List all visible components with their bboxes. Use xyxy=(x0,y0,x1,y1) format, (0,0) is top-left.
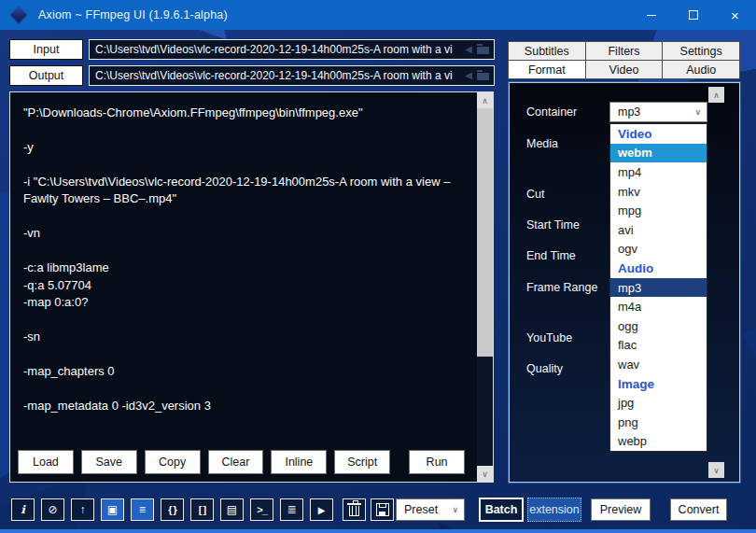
format-panel: ∧ ∨ mp3 ∨ Videowebmmp4mkvmpgaviogvAudiom… xyxy=(509,82,740,483)
minimize-button[interactable] xyxy=(630,0,672,30)
dropdown-option-webp[interactable]: webp xyxy=(610,432,707,452)
file-icon[interactable]: ▤ xyxy=(220,498,244,521)
dropdown-option-mp3[interactable]: mp3 xyxy=(610,278,707,298)
maximize-icon xyxy=(689,10,698,20)
upload-arrow-icon[interactable]: ↑ xyxy=(71,498,94,521)
console-button-row: LoadSaveCopyClearInlineScriptRun xyxy=(18,450,465,474)
menu-lines-icon[interactable]: ≡ xyxy=(131,498,154,521)
titlebar: Axiom ~ FFmpeg UI (1.9.6.1-alpha) × xyxy=(0,0,756,30)
tab-settings[interactable]: Settings xyxy=(662,41,740,61)
maximize-button[interactable] xyxy=(672,0,714,30)
ffmpeg-command-text[interactable]: "P:\Downloads-Chrome\Axiom.FFmpeg\ffmpeg… xyxy=(10,92,476,444)
app-window: Axiom ~ FFmpeg UI (1.9.6.1-alpha) × Inpu… xyxy=(0,0,756,533)
dropdown-option-mpg[interactable]: mpg xyxy=(610,201,707,220)
copy-button[interactable]: Copy xyxy=(145,450,201,474)
save-preset-button[interactable] xyxy=(371,498,394,521)
clear-button[interactable]: Clear xyxy=(208,450,264,474)
output-path-wrap: ◀ xyxy=(89,65,495,86)
run-button[interactable]: Run xyxy=(409,450,465,474)
bottom-accent-line xyxy=(0,529,756,533)
floppy-disk-icon xyxy=(376,503,389,516)
output-button[interactable]: Output xyxy=(9,65,83,86)
braces-icon[interactable]: { } xyxy=(161,498,184,521)
tab-format[interactable]: Format xyxy=(508,60,586,79)
dropdown-group-image: Image xyxy=(610,374,707,394)
browse-input-folder-icon[interactable] xyxy=(477,47,489,54)
extension-button[interactable]: extension xyxy=(527,498,581,522)
window-controls: × xyxy=(630,0,756,30)
label-start-time: Start Time xyxy=(526,218,580,231)
chevron-down-icon: ∨ xyxy=(694,107,701,117)
toolbar-icon-strip: i⊘↑▣≡{ }[ ]▤>_≣▶ xyxy=(11,498,333,521)
dropdown-option-png[interactable]: png xyxy=(610,413,707,432)
preview-button[interactable]: Preview xyxy=(591,498,651,521)
preset-select[interactable]: Preset ∨ xyxy=(396,498,465,521)
label-container: Container xyxy=(526,105,577,119)
play-icon[interactable]: ▶ xyxy=(310,498,333,521)
container-select-value: mp3 xyxy=(618,105,640,119)
dropdown-option-m4a[interactable]: m4a xyxy=(610,297,707,316)
scrollbar-thumb[interactable] xyxy=(477,108,493,357)
settings-tabs: SubtitlesFiltersSettingsFormatVideoAudio xyxy=(509,41,740,78)
info-icon[interactable]: i xyxy=(11,498,35,521)
tab-filters[interactable]: Filters xyxy=(585,41,664,61)
dropdown-option-jpg[interactable]: jpg xyxy=(610,393,707,413)
label-quality: Quality xyxy=(526,362,563,375)
dropdown-group-video: Video xyxy=(610,124,707,144)
input-path-wrap: ◀ xyxy=(89,39,495,60)
input-button[interactable]: Input xyxy=(9,39,83,60)
scroll-up-icon[interactable]: ∧ xyxy=(477,92,493,108)
script-button[interactable]: Script xyxy=(334,450,390,474)
dropdown-option-mp4[interactable]: mp4 xyxy=(610,162,707,182)
dropdown-option-flac[interactable]: flac xyxy=(610,336,707,356)
dropdown-option-mkv[interactable]: mkv xyxy=(610,182,707,202)
trash-button[interactable] xyxy=(343,498,366,521)
list-icon[interactable]: ≣ xyxy=(280,498,303,521)
load-button[interactable]: Load xyxy=(18,450,74,474)
minimize-icon xyxy=(647,15,656,16)
browse-output-folder-icon[interactable] xyxy=(477,73,489,80)
clear-input-icon[interactable]: ◀ xyxy=(465,44,472,55)
preset-select-value: Preset xyxy=(404,503,438,516)
tab-video[interactable]: Video xyxy=(585,60,664,79)
tab-subtitles[interactable]: Subtitles xyxy=(508,41,586,61)
container-select[interactable]: mp3 ∨ xyxy=(609,102,707,122)
console-scrollbar[interactable]: ∧ ∨ xyxy=(477,92,493,482)
label-media: Media xyxy=(526,137,558,150)
dropdown-option-webm[interactable]: webm xyxy=(610,144,707,163)
save-button[interactable]: Save xyxy=(81,450,137,474)
dropdown-option-ogv[interactable]: ogv xyxy=(610,240,707,259)
label-cut: Cut xyxy=(526,188,544,201)
convert-button[interactable]: Convert xyxy=(670,498,727,521)
panel-scroll-up-icon[interactable]: ∧ xyxy=(708,87,724,103)
dropdown-group-audio: Audio xyxy=(610,259,707,278)
window-icon[interactable]: ▣ xyxy=(101,498,124,521)
input-path-field[interactable] xyxy=(89,39,495,60)
window-title: Axiom ~ FFmpeg UI (1.9.6.1-alpha) xyxy=(38,8,228,21)
trash-icon xyxy=(349,506,359,516)
bottom-toolbar: i⊘↑▣≡{ }[ ]▤>_≣▶ Preset ∨ Batch extensio… xyxy=(0,498,756,524)
panel-scroll-down-icon[interactable]: ∨ xyxy=(708,462,724,478)
chevron-down-icon: ∨ xyxy=(452,505,458,514)
app-logo-icon xyxy=(9,6,28,24)
tab-audio[interactable]: Audio xyxy=(662,60,740,79)
inline-button[interactable]: Inline xyxy=(271,450,327,474)
command-console: "P:\Downloads-Chrome\Axiom.FFmpeg\ffmpeg… xyxy=(9,91,494,483)
clear-output-icon[interactable]: ◀ xyxy=(465,70,472,81)
output-path-field[interactable] xyxy=(89,65,495,86)
dropdown-option-wav[interactable]: wav xyxy=(610,355,707,374)
dropdown-option-avi[interactable]: avi xyxy=(610,220,707,240)
label-frame-range: Frame Range xyxy=(526,281,597,294)
container-dropdown-list: Videowebmmp4mkvmpgaviogvAudiomp3m4aoggfl… xyxy=(609,123,707,452)
label-youtube: YouTube xyxy=(526,331,572,344)
close-button[interactable]: × xyxy=(714,0,756,30)
scroll-down-icon[interactable]: ∨ xyxy=(477,466,493,482)
globe-icon[interactable]: ⊘ xyxy=(41,498,64,521)
brackets-icon[interactable]: [ ] xyxy=(190,498,214,521)
dropdown-option-ogg[interactable]: ogg xyxy=(610,316,707,336)
label-end-time: End Time xyxy=(526,249,576,262)
batch-button[interactable]: Batch xyxy=(479,498,524,522)
terminal-icon[interactable]: >_ xyxy=(250,498,273,521)
